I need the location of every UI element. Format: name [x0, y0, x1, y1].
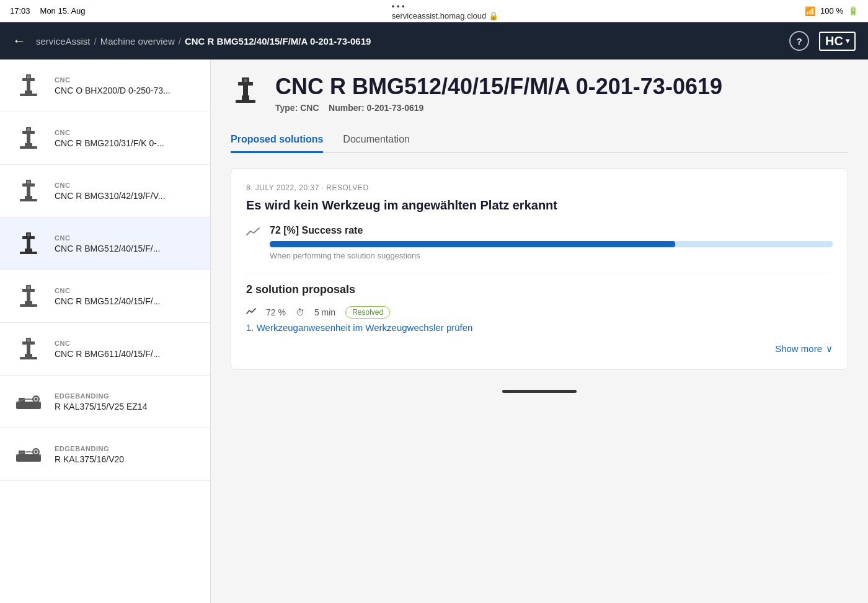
progress-section: 72 [%] Success rate When performing the …	[246, 225, 833, 260]
breadcrumb-current: CNC R BMG512/40/15/F/M/A 0-201-73-0619	[185, 36, 371, 46]
nav-actions: ? HC ▾	[789, 31, 856, 51]
logo-button[interactable]: HC ▾	[819, 32, 856, 51]
machine-name-4: CNC R BMG512/40/15/F/...	[55, 296, 198, 306]
sidebar-item-7[interactable]: EDGEBANDING R KAL375/16/V20	[0, 428, 210, 481]
svg-rect-24	[25, 301, 32, 304]
machine-type-0: CNC	[55, 76, 198, 84]
machine-info-6: EDGEBANDING R KAL375/15/V25 EZ14	[55, 392, 198, 412]
svg-point-17	[27, 181, 30, 184]
svg-rect-12	[25, 196, 32, 199]
machine-icon-2	[12, 175, 45, 207]
url-text: serviceassist.homag.cloud	[392, 11, 486, 20]
sidebar-item-6[interactable]: EDGEBANDING R KAL375/15/V25 EZ14	[0, 376, 210, 428]
sidebar-item-5[interactable]: CNC CNC R BMG611/40/15/F/...	[0, 323, 210, 376]
machine-info-3: CNC CNC R BMG512/40/15/F/...	[55, 234, 198, 253]
machine-type-6: EDGEBANDING	[55, 392, 198, 400]
status-bar: 17:03 Mon 15. Aug • • • serviceassist.ho…	[0, 0, 868, 22]
solution-card: 8. JULY 2022, 20:37 · RESOLVED Es wird k…	[231, 168, 848, 370]
machine-info-4: CNC CNC R BMG512/40/15/F/...	[55, 287, 198, 306]
battery-icon: 🔋	[848, 6, 858, 15]
machine-icon-7	[12, 438, 45, 470]
svg-point-35	[27, 339, 30, 342]
solution-item-0: 72 % ⏱ 5 min Resolved 1. Werkzeuganwesen…	[246, 306, 833, 333]
battery-level: 100 %	[820, 6, 843, 15]
type-value: CNC	[300, 103, 319, 113]
sidebar-item-2[interactable]: CNC CNC R BMG310/42/19/F/V...	[0, 165, 210, 218]
svg-rect-0	[25, 90, 32, 94]
machine-type-4: CNC	[55, 287, 198, 294]
trend-icon	[246, 226, 260, 240]
svg-rect-13	[20, 199, 37, 201]
url-bar: • • • serviceassist.homag.cloud 🔒	[392, 2, 498, 20]
tabs: Proposed solutions Documentation	[231, 128, 848, 153]
solution-link-0[interactable]: 1. Werkzeuganwesenheit im Werkzeugwechsl…	[246, 322, 472, 333]
status-bar-left: 17:03 Mon 15. Aug	[10, 6, 86, 15]
svg-rect-44	[242, 95, 249, 100]
divider	[246, 273, 833, 273]
machine-type-1: CNC	[55, 129, 198, 136]
breadcrumb-home[interactable]: serviceAssist	[36, 36, 91, 46]
breadcrumb-machine-overview[interactable]: Machine overview	[100, 36, 175, 46]
breadcrumb: serviceAssist / Machine overview / CNC R…	[36, 36, 789, 46]
machine-icon-0	[12, 69, 45, 102]
machine-title: CNC R BMG512/40/15/F/M/A 0-201-73-0619	[275, 74, 722, 99]
svg-point-43	[35, 451, 37, 453]
solution-meta-0: 72 % ⏱ 5 min Resolved	[246, 306, 833, 319]
machine-name-7: R KAL375/16/V20	[55, 454, 198, 464]
svg-rect-30	[25, 354, 32, 357]
machine-type-7: EDGEBANDING	[55, 445, 198, 452]
sidebar-item-3[interactable]: CNC CNC R BMG512/40/15/F/...	[0, 218, 210, 270]
machine-header: CNC R BMG512/40/15/F/M/A 0-201-73-0619 T…	[231, 74, 848, 113]
show-more-label: Show more	[775, 343, 822, 354]
show-more-row: Show more ∨	[246, 343, 833, 354]
show-more-button[interactable]: Show more ∨	[775, 343, 833, 354]
wifi-icon: 📶	[805, 6, 815, 16]
svg-rect-7	[20, 146, 37, 149]
content-area: CNC R BMG512/40/15/F/M/A 0-201-73-0619 T…	[211, 59, 868, 603]
machine-name-3: CNC R BMG512/40/15/F/...	[55, 244, 198, 253]
svg-point-39	[35, 398, 37, 400]
machine-name-1: CNC R BMG210/31/F/K 0-...	[55, 138, 198, 148]
number-label: Number:	[329, 103, 365, 113]
machine-meta: Type: CNC Number: 0-201-73-0619	[275, 103, 722, 113]
back-button[interactable]: ←	[12, 33, 26, 49]
machine-icon-1	[12, 122, 45, 154]
time: 17:03	[10, 6, 30, 15]
svg-point-23	[27, 234, 30, 237]
number-value: 0-201-73-0619	[367, 103, 424, 113]
nav-bar: ← serviceAssist / Machine overview / CNC…	[0, 22, 868, 59]
status-bar-right: 📶 100 % 🔋	[805, 6, 858, 16]
machine-name-5: CNC R BMG611/40/15/F/...	[55, 349, 198, 359]
machine-name-2: CNC R BMG310/42/19/F/V...	[55, 191, 198, 201]
machine-header-icon	[231, 74, 263, 107]
help-button[interactable]: ?	[789, 31, 809, 51]
sidebar-item-4[interactable]: CNC CNC R BMG512/40/15/F/...	[0, 270, 210, 323]
logo-text: HC	[825, 34, 843, 48]
sidebar-item-1[interactable]: CNC CNC R BMG210/31/F/K 0-...	[0, 112, 210, 165]
scroll-bar	[502, 390, 577, 393]
progress-label: 72 [%] Success rate	[270, 225, 833, 236]
progress-bar-fill	[270, 241, 675, 247]
progress-block: 72 [%] Success rate When performing the …	[270, 225, 833, 260]
tab-proposed-solutions[interactable]: Proposed solutions	[231, 128, 323, 153]
url-dots: • • •	[392, 2, 405, 11]
machine-info-5: CNC CNC R BMG611/40/15/F/...	[55, 340, 198, 359]
machine-icon-4	[12, 280, 45, 312]
sidebar-item-0[interactable]: CNC CNC O BHX200/D 0-250-73...	[0, 59, 210, 112]
solution-trend-icon	[246, 307, 256, 317]
solution-rate: 72 %	[266, 307, 286, 317]
solution-time: 5 min	[314, 307, 335, 317]
card-title: Es wird kein Werkzeug im angewählten Pla…	[246, 198, 833, 213]
lock-icon: 🔒	[489, 11, 498, 20]
solution-badge: Resolved	[345, 306, 390, 319]
machine-title-block: CNC R BMG512/40/15/F/M/A 0-201-73-0619 T…	[275, 74, 722, 113]
svg-point-11	[27, 128, 30, 131]
machine-name-6: R KAL375/15/V25 EZ14	[55, 402, 198, 412]
main-layout: CNC CNC O BHX200/D 0-250-73... CNC CNC R…	[0, 59, 868, 603]
scroll-indicator	[231, 382, 848, 400]
svg-point-5	[27, 76, 30, 79]
solutions-count: 2 solution proposals	[246, 283, 833, 296]
machine-name-0: CNC O BHX200/D 0-250-73...	[55, 86, 198, 95]
tab-documentation[interactable]: Documentation	[343, 128, 410, 153]
machine-type-5: CNC	[55, 340, 198, 347]
